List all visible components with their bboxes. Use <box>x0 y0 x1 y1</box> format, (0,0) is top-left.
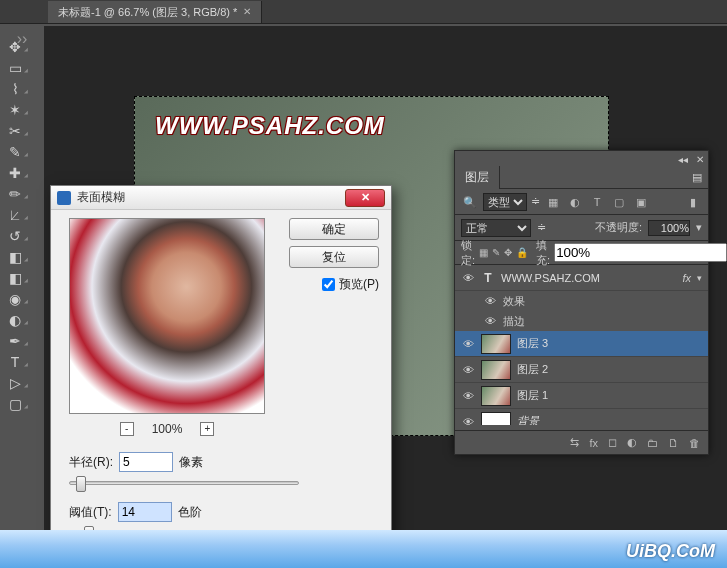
layer-name: WWW.PSAHZ.COM <box>501 272 600 284</box>
panel-collapse-icon[interactable]: ◂◂ <box>678 154 688 165</box>
layer-row-bg[interactable]: 👁 背景 <box>455 409 708 425</box>
eye-icon[interactable]: 👁 <box>461 390 475 402</box>
filter-shape-icon[interactable]: ▢ <box>610 194 628 210</box>
filter-type-icon[interactable]: T <box>588 194 606 210</box>
group-icon[interactable]: 🗀 <box>647 437 658 449</box>
lock-label: 锁定: <box>461 238 475 268</box>
layer-fx-effects[interactable]: 👁效果 <box>455 291 708 311</box>
reset-button[interactable]: 复位 <box>289 246 379 268</box>
opacity-label: 不透明度: <box>595 220 642 235</box>
blur-tool-icon[interactable]: ◉ <box>4 289 26 309</box>
preview-checkbox-row[interactable]: 预览(P) <box>322 276 379 293</box>
layer-list: 👁 T WWW.PSAHZ.COM fx ▾ 👁效果 👁描边 👁 图层 3 👁 … <box>455 265 708 425</box>
os-taskbar <box>0 530 727 568</box>
layers-panel: ◂◂ ✕ 图层 ▤ 🔍 类型 ≑ ▦ ◐ T ▢ ▣ ▮ 正常 ≑ 不透明度: … <box>454 150 709 455</box>
stamp-tool-icon[interactable]: ⟀ <box>4 205 26 225</box>
fx-badge[interactable]: fx <box>682 272 691 284</box>
filter-icon[interactable]: 🔍 <box>461 194 479 210</box>
filter-adjust-icon[interactable]: ◐ <box>566 194 584 210</box>
eyedropper-tool-icon[interactable]: ✎ <box>4 142 26 162</box>
pen-tool-icon[interactable]: ✒ <box>4 331 26 351</box>
filter-pixel-icon[interactable]: ▦ <box>544 194 562 210</box>
new-layer-icon[interactable]: 🗋 <box>668 437 679 449</box>
layer-name: 图层 1 <box>517 388 548 403</box>
zoom-in-button[interactable]: + <box>200 422 214 436</box>
layer-row-2[interactable]: 👁 图层 2 <box>455 357 708 383</box>
type-layer-icon: T <box>481 271 495 285</box>
eye-icon[interactable]: 👁 <box>461 272 475 284</box>
blend-mode-select[interactable]: 正常 <box>461 219 531 237</box>
zoom-out-button[interactable]: - <box>120 422 134 436</box>
trash-icon[interactable]: 🗑 <box>689 437 700 449</box>
layer-fx-stroke[interactable]: 👁描边 <box>455 311 708 331</box>
tool-palette: ›› ✥ ▭ ⌇ ✶ ✂ ✎ ✚ ✏ ⟀ ↺ ◧ ◧ ◉ ◐ ✒ T ▷ ▢ <box>2 28 42 416</box>
lock-paint-icon[interactable]: ✎ <box>492 245 500 261</box>
move-tool-icon[interactable]: ✥ <box>4 37 26 57</box>
filter-smart-icon[interactable]: ▣ <box>632 194 650 210</box>
uibq-watermark: UiBQ.CoM <box>626 541 715 562</box>
filter-toggle[interactable]: ▮ <box>684 194 702 210</box>
canvas-watermark: WWW.PSAHZ.COM <box>155 112 385 140</box>
ps-icon <box>57 191 71 205</box>
ok-button[interactable]: 确定 <box>289 218 379 240</box>
radius-slider[interactable] <box>69 474 299 492</box>
eraser-tool-icon[interactable]: ◧ <box>4 247 26 267</box>
threshold-input[interactable] <box>118 502 172 522</box>
path-select-icon[interactable]: ▷ <box>4 373 26 393</box>
brush-tool-icon[interactable]: ✏ <box>4 184 26 204</box>
dialog-close-button[interactable]: ✕ <box>345 189 385 207</box>
radius-label: 半径(R): <box>69 454 113 471</box>
heal-tool-icon[interactable]: ✚ <box>4 163 26 183</box>
opacity-input[interactable] <box>648 220 690 236</box>
panel-close-icon[interactable]: ✕ <box>696 154 704 165</box>
type-tool-icon[interactable]: T <box>4 352 26 372</box>
close-icon[interactable]: ✕ <box>243 1 251 23</box>
adjustment-icon[interactable]: ◐ <box>627 436 637 449</box>
fill-label: 填充: <box>536 238 550 268</box>
layer-row-text[interactable]: 👁 T WWW.PSAHZ.COM fx ▾ <box>455 265 708 291</box>
zoom-value: 100% <box>152 422 183 436</box>
dialog-titlebar[interactable]: 表面模糊 ✕ <box>51 186 391 210</box>
mask-icon[interactable]: ◻ <box>608 436 617 449</box>
preview-checkbox[interactable] <box>322 278 335 291</box>
layer-name: 图层 3 <box>517 336 548 351</box>
lock-move-icon[interactable]: ✥ <box>504 245 512 261</box>
radius-unit: 像素 <box>179 454 203 471</box>
dodge-tool-icon[interactable]: ◐ <box>4 310 26 330</box>
document-tab-title: 未标题-1 @ 66.7% (图层 3, RGB/8) * <box>58 1 237 23</box>
filter-type-select[interactable]: 类型 <box>483 193 527 211</box>
document-tab-bar: 未标题-1 @ 66.7% (图层 3, RGB/8) * ✕ <box>0 0 727 24</box>
layer-name: 图层 2 <box>517 362 548 377</box>
link-layers-icon[interactable]: ⇆ <box>570 436 579 449</box>
layer-name: 背景 <box>517 414 539 425</box>
lasso-tool-icon[interactable]: ⌇ <box>4 79 26 99</box>
threshold-unit: 色阶 <box>178 504 202 521</box>
panel-menu-icon[interactable]: ▤ <box>686 171 708 184</box>
layer-thumb <box>481 386 511 406</box>
fx-icon[interactable]: fx <box>589 437 598 449</box>
layer-row-3[interactable]: 👁 图层 3 <box>455 331 708 357</box>
threshold-label: 阈值(T): <box>69 504 112 521</box>
crop-tool-icon[interactable]: ✂ <box>4 121 26 141</box>
shape-tool-icon[interactable]: ▢ <box>4 394 26 414</box>
history-brush-icon[interactable]: ↺ <box>4 226 26 246</box>
surface-blur-dialog: 表面模糊 ✕ - 100% + 确定 复位 预览(P) 半径(R): 像素 <box>50 185 392 540</box>
layers-tab[interactable]: 图层 <box>455 166 500 189</box>
preview-checkbox-label: 预览(P) <box>339 276 379 293</box>
layer-thumb <box>481 360 511 380</box>
gradient-tool-icon[interactable]: ◧ <box>4 268 26 288</box>
lock-all-icon[interactable]: 🔒 <box>516 245 528 261</box>
radius-input[interactable] <box>119 452 173 472</box>
dialog-title: 表面模糊 <box>77 189 125 206</box>
fill-input[interactable] <box>554 243 727 262</box>
lock-trans-icon[interactable]: ▦ <box>479 245 488 261</box>
marquee-tool-icon[interactable]: ▭ <box>4 58 26 78</box>
layer-thumb <box>481 412 511 426</box>
wand-tool-icon[interactable]: ✶ <box>4 100 26 120</box>
eye-icon[interactable]: 👁 <box>461 416 475 426</box>
eye-icon[interactable]: 👁 <box>461 364 475 376</box>
layer-row-1[interactable]: 👁 图层 1 <box>455 383 708 409</box>
document-tab[interactable]: 未标题-1 @ 66.7% (图层 3, RGB/8) * ✕ <box>48 1 262 23</box>
eye-icon[interactable]: 👁 <box>461 338 475 350</box>
blur-preview[interactable] <box>69 218 265 414</box>
